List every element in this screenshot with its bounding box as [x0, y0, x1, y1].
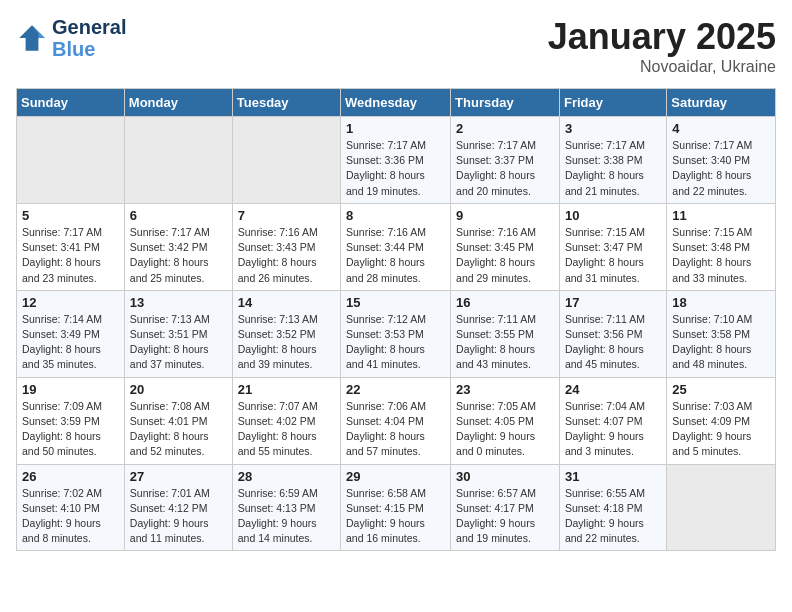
calendar-cell: 21Sunrise: 7:07 AM Sunset: 4:02 PM Dayli…: [232, 377, 340, 464]
calendar-cell: 27Sunrise: 7:01 AM Sunset: 4:12 PM Dayli…: [124, 464, 232, 551]
calendar-cell: 2Sunrise: 7:17 AM Sunset: 3:37 PM Daylig…: [451, 117, 560, 204]
title-block: January 2025 Novoaidar, Ukraine: [548, 16, 776, 76]
day-info: Sunrise: 7:16 AM Sunset: 3:43 PM Dayligh…: [238, 225, 335, 286]
logo: General Blue: [16, 16, 126, 60]
day-number: 22: [346, 382, 445, 397]
calendar-cell: [232, 117, 340, 204]
calendar-header-row: SundayMondayTuesdayWednesdayThursdayFrid…: [17, 89, 776, 117]
day-info: Sunrise: 7:12 AM Sunset: 3:53 PM Dayligh…: [346, 312, 445, 373]
column-header-tuesday: Tuesday: [232, 89, 340, 117]
day-number: 9: [456, 208, 554, 223]
column-header-monday: Monday: [124, 89, 232, 117]
day-info: Sunrise: 7:14 AM Sunset: 3:49 PM Dayligh…: [22, 312, 119, 373]
day-number: 13: [130, 295, 227, 310]
day-info: Sunrise: 7:09 AM Sunset: 3:59 PM Dayligh…: [22, 399, 119, 460]
day-info: Sunrise: 6:57 AM Sunset: 4:17 PM Dayligh…: [456, 486, 554, 547]
day-number: 10: [565, 208, 661, 223]
column-header-friday: Friday: [559, 89, 666, 117]
day-number: 2: [456, 121, 554, 136]
calendar-cell: 17Sunrise: 7:11 AM Sunset: 3:56 PM Dayli…: [559, 290, 666, 377]
day-number: 5: [22, 208, 119, 223]
day-info: Sunrise: 7:17 AM Sunset: 3:40 PM Dayligh…: [672, 138, 770, 199]
day-info: Sunrise: 7:17 AM Sunset: 3:37 PM Dayligh…: [456, 138, 554, 199]
calendar-cell: 30Sunrise: 6:57 AM Sunset: 4:17 PM Dayli…: [451, 464, 560, 551]
calendar-cell: 20Sunrise: 7:08 AM Sunset: 4:01 PM Dayli…: [124, 377, 232, 464]
calendar-cell: 10Sunrise: 7:15 AM Sunset: 3:47 PM Dayli…: [559, 203, 666, 290]
day-number: 16: [456, 295, 554, 310]
day-number: 11: [672, 208, 770, 223]
calendar-cell: 3Sunrise: 7:17 AM Sunset: 3:38 PM Daylig…: [559, 117, 666, 204]
day-info: Sunrise: 7:13 AM Sunset: 3:52 PM Dayligh…: [238, 312, 335, 373]
day-info: Sunrise: 6:58 AM Sunset: 4:15 PM Dayligh…: [346, 486, 445, 547]
day-number: 1: [346, 121, 445, 136]
calendar-cell: [124, 117, 232, 204]
column-header-thursday: Thursday: [451, 89, 560, 117]
calendar-cell: 22Sunrise: 7:06 AM Sunset: 4:04 PM Dayli…: [341, 377, 451, 464]
day-info: Sunrise: 7:15 AM Sunset: 3:47 PM Dayligh…: [565, 225, 661, 286]
column-header-wednesday: Wednesday: [341, 89, 451, 117]
calendar-cell: [17, 117, 125, 204]
calendar-cell: 31Sunrise: 6:55 AM Sunset: 4:18 PM Dayli…: [559, 464, 666, 551]
month-title: January 2025: [548, 16, 776, 58]
calendar-cell: 5Sunrise: 7:17 AM Sunset: 3:41 PM Daylig…: [17, 203, 125, 290]
day-info: Sunrise: 7:03 AM Sunset: 4:09 PM Dayligh…: [672, 399, 770, 460]
calendar-week-row: 5Sunrise: 7:17 AM Sunset: 3:41 PM Daylig…: [17, 203, 776, 290]
day-info: Sunrise: 7:11 AM Sunset: 3:55 PM Dayligh…: [456, 312, 554, 373]
day-info: Sunrise: 7:04 AM Sunset: 4:07 PM Dayligh…: [565, 399, 661, 460]
calendar-cell: 11Sunrise: 7:15 AM Sunset: 3:48 PM Dayli…: [667, 203, 776, 290]
day-number: 20: [130, 382, 227, 397]
day-info: Sunrise: 7:17 AM Sunset: 3:38 PM Dayligh…: [565, 138, 661, 199]
calendar-week-row: 26Sunrise: 7:02 AM Sunset: 4:10 PM Dayli…: [17, 464, 776, 551]
calendar-week-row: 1Sunrise: 7:17 AM Sunset: 3:36 PM Daylig…: [17, 117, 776, 204]
day-info: Sunrise: 7:17 AM Sunset: 3:42 PM Dayligh…: [130, 225, 227, 286]
day-number: 27: [130, 469, 227, 484]
day-number: 30: [456, 469, 554, 484]
day-info: Sunrise: 7:16 AM Sunset: 3:45 PM Dayligh…: [456, 225, 554, 286]
day-info: Sunrise: 7:05 AM Sunset: 4:05 PM Dayligh…: [456, 399, 554, 460]
page-header: General Blue January 2025 Novoaidar, Ukr…: [16, 16, 776, 76]
day-number: 14: [238, 295, 335, 310]
day-info: Sunrise: 7:06 AM Sunset: 4:04 PM Dayligh…: [346, 399, 445, 460]
day-number: 29: [346, 469, 445, 484]
calendar-cell: 8Sunrise: 7:16 AM Sunset: 3:44 PM Daylig…: [341, 203, 451, 290]
calendar-cell: 26Sunrise: 7:02 AM Sunset: 4:10 PM Dayli…: [17, 464, 125, 551]
day-number: 28: [238, 469, 335, 484]
calendar-cell: 28Sunrise: 6:59 AM Sunset: 4:13 PM Dayli…: [232, 464, 340, 551]
day-number: 23: [456, 382, 554, 397]
day-info: Sunrise: 7:08 AM Sunset: 4:01 PM Dayligh…: [130, 399, 227, 460]
day-number: 26: [22, 469, 119, 484]
calendar-week-row: 19Sunrise: 7:09 AM Sunset: 3:59 PM Dayli…: [17, 377, 776, 464]
day-number: 6: [130, 208, 227, 223]
day-number: 8: [346, 208, 445, 223]
day-number: 17: [565, 295, 661, 310]
calendar-table: SundayMondayTuesdayWednesdayThursdayFrid…: [16, 88, 776, 551]
day-number: 24: [565, 382, 661, 397]
calendar-cell: 1Sunrise: 7:17 AM Sunset: 3:36 PM Daylig…: [341, 117, 451, 204]
calendar-cell: 7Sunrise: 7:16 AM Sunset: 3:43 PM Daylig…: [232, 203, 340, 290]
day-info: Sunrise: 7:07 AM Sunset: 4:02 PM Dayligh…: [238, 399, 335, 460]
calendar-week-row: 12Sunrise: 7:14 AM Sunset: 3:49 PM Dayli…: [17, 290, 776, 377]
column-header-saturday: Saturday: [667, 89, 776, 117]
calendar-cell: 15Sunrise: 7:12 AM Sunset: 3:53 PM Dayli…: [341, 290, 451, 377]
calendar-cell: 13Sunrise: 7:13 AM Sunset: 3:51 PM Dayli…: [124, 290, 232, 377]
column-header-sunday: Sunday: [17, 89, 125, 117]
location-subtitle: Novoaidar, Ukraine: [548, 58, 776, 76]
day-number: 4: [672, 121, 770, 136]
logo-text: General Blue: [52, 16, 126, 60]
calendar-cell: 14Sunrise: 7:13 AM Sunset: 3:52 PM Dayli…: [232, 290, 340, 377]
calendar-cell: 4Sunrise: 7:17 AM Sunset: 3:40 PM Daylig…: [667, 117, 776, 204]
day-number: 25: [672, 382, 770, 397]
day-info: Sunrise: 7:17 AM Sunset: 3:36 PM Dayligh…: [346, 138, 445, 199]
calendar-cell: 9Sunrise: 7:16 AM Sunset: 3:45 PM Daylig…: [451, 203, 560, 290]
day-info: Sunrise: 7:17 AM Sunset: 3:41 PM Dayligh…: [22, 225, 119, 286]
day-info: Sunrise: 7:11 AM Sunset: 3:56 PM Dayligh…: [565, 312, 661, 373]
calendar-cell: 19Sunrise: 7:09 AM Sunset: 3:59 PM Dayli…: [17, 377, 125, 464]
day-info: Sunrise: 7:01 AM Sunset: 4:12 PM Dayligh…: [130, 486, 227, 547]
calendar-cell: 25Sunrise: 7:03 AM Sunset: 4:09 PM Dayli…: [667, 377, 776, 464]
day-info: Sunrise: 6:55 AM Sunset: 4:18 PM Dayligh…: [565, 486, 661, 547]
day-number: 21: [238, 382, 335, 397]
calendar-cell: 23Sunrise: 7:05 AM Sunset: 4:05 PM Dayli…: [451, 377, 560, 464]
day-number: 18: [672, 295, 770, 310]
day-info: Sunrise: 7:15 AM Sunset: 3:48 PM Dayligh…: [672, 225, 770, 286]
calendar-cell: 16Sunrise: 7:11 AM Sunset: 3:55 PM Dayli…: [451, 290, 560, 377]
